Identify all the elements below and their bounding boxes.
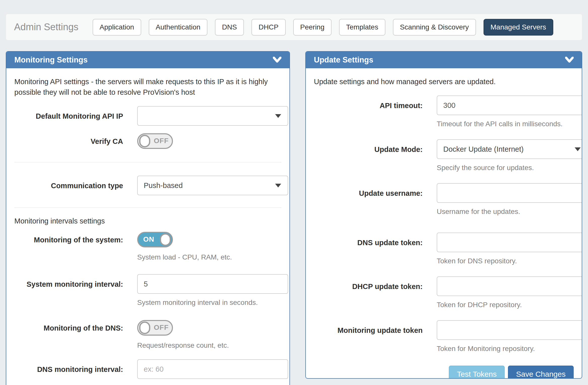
monitoring-of-system-row: Monitoring of the system: ON System load… <box>14 232 281 262</box>
monitoring-of-dns-hint: Request/response count, etc. <box>137 341 288 350</box>
monitoring-settings-title: Monitoring Settings <box>14 55 88 65</box>
verify-ca-row: Verify CA OFF <box>14 133 281 150</box>
tab-authentication[interactable]: Authentication <box>149 19 207 36</box>
verify-ca-label: Verify CA <box>14 133 123 146</box>
tab-peering[interactable]: Peering <box>293 19 332 36</box>
divider <box>14 162 281 163</box>
monitoring-of-system-label: Monitoring of the system: <box>14 232 123 245</box>
update-username-label: Update username: <box>314 183 423 198</box>
update-username-input[interactable] <box>437 183 582 203</box>
dhcp-update-token-input[interactable] <box>437 276 582 296</box>
chevron-down-icon[interactable] <box>273 57 281 63</box>
update-settings-body: Update settings and how managed servers … <box>306 68 582 379</box>
update-mode-row: Update Mode: Docker Update (Internet) Sp… <box>314 139 574 173</box>
dns-update-token-row: DNS update token: Token for DNS reposito… <box>314 233 574 266</box>
communication-type-label: Communication type <box>14 176 123 190</box>
update-mode-hint: Specify the source for updates. <box>437 163 582 173</box>
chevron-down-icon[interactable] <box>565 57 574 63</box>
toggle-knob <box>139 135 150 147</box>
monitoring-of-system-toggle[interactable]: ON <box>137 232 173 247</box>
update-username-row: Update username: Username for the update… <box>314 183 574 216</box>
admin-settings-page: Admin Settings Application Authenticatio… <box>0 0 588 385</box>
communication-type-select[interactable]: Push-based <box>137 176 288 195</box>
communication-type-value: Push-based <box>144 181 183 190</box>
caret-down-icon <box>575 147 581 151</box>
system-monitoring-interval-input[interactable] <box>137 274 288 294</box>
api-timeout-input[interactable] <box>437 95 582 115</box>
default-monitoring-api-ip-row: Default Monitoring API IP <box>14 106 281 126</box>
dns-update-token-input[interactable] <box>437 233 582 252</box>
tab-dns[interactable]: DNS <box>215 19 244 36</box>
update-intro-text: Update settings and how managed servers … <box>314 76 573 87</box>
update-settings-title: Update Settings <box>314 55 373 65</box>
default-monitoring-api-ip-select[interactable] <box>137 106 288 126</box>
monitoring-intro-text: Monitoring API settings - the servers wi… <box>14 76 274 98</box>
update-mode-label: Update Mode: <box>314 139 423 154</box>
tab-templates[interactable]: Templates <box>339 19 385 36</box>
dns-update-token-label: DNS update token: <box>314 233 423 247</box>
tab-managed-servers[interactable]: Managed Servers <box>484 19 553 36</box>
update-username-hint: Username for the updates. <box>437 207 582 216</box>
default-monitoring-api-ip-label: Default Monitoring API IP <box>14 106 123 121</box>
monitoring-update-token-row: Monitoring update token Token for Monito… <box>314 320 574 354</box>
communication-type-row: Communication type Push-based <box>14 176 281 195</box>
page-title: Admin Settings <box>14 22 79 33</box>
test-tokens-button[interactable]: Test Tokens <box>449 366 505 379</box>
save-changes-button[interactable]: Save Changes <box>508 366 574 379</box>
dns-monitoring-interval-hint: DNS data will be collected and send (sec… <box>137 383 288 385</box>
dns-monitoring-interval-label: DNS monitoring interval: <box>14 359 123 374</box>
monitoring-update-token-hint: Token for Monitoring repository. <box>437 344 582 354</box>
caret-down-icon <box>275 184 281 187</box>
monitoring-settings-panel: Monitoring Settings Monitoring API setti… <box>6 51 290 385</box>
dns-monitoring-interval-row: DNS monitoring interval: DNS data will b… <box>14 359 281 385</box>
dns-update-token-hint: Token for DNS repository. <box>437 256 582 266</box>
api-timeout-row: API timeout: Timeout for the API calls i… <box>314 95 574 129</box>
monitoring-of-system-hint: System load - CPU, RAM, etc. <box>137 252 288 262</box>
tab-scanning-discovery[interactable]: Scanning & Discovery <box>393 19 476 36</box>
monitoring-settings-body: Monitoring API settings - the servers wi… <box>6 68 289 385</box>
system-monitoring-interval-hint: System monitoring interval in seconds. <box>137 298 288 307</box>
monitoring-of-dns-toggle-state: OFF <box>154 324 169 332</box>
toggle-knob <box>139 322 150 334</box>
tab-application[interactable]: Application <box>93 19 141 36</box>
verify-ca-toggle[interactable]: OFF <box>137 133 173 149</box>
divider <box>14 207 281 208</box>
update-settings-panel: Update Settings Update settings and how … <box>305 51 582 379</box>
dhcp-update-token-label: DHCP update token: <box>314 276 423 291</box>
monitoring-of-dns-toggle[interactable]: OFF <box>137 320 173 336</box>
system-monitoring-interval-label: System monitoring interval: <box>14 274 123 289</box>
api-timeout-hint: Timeout for the API calls in millisecond… <box>437 119 582 129</box>
admin-settings-toolbar: Admin Settings Application Authenticatio… <box>6 14 582 40</box>
tab-dhcp[interactable]: DHCP <box>251 19 285 36</box>
dhcp-update-token-row: DHCP update token: Token for DHCP reposi… <box>314 276 574 310</box>
monitoring-update-token-input[interactable] <box>437 320 582 340</box>
caret-down-icon <box>275 114 281 118</box>
api-timeout-label: API timeout: <box>314 95 423 110</box>
dhcp-update-token-hint: Token for DHCP repository. <box>437 300 582 310</box>
panels-container: Monitoring Settings Monitoring API setti… <box>6 51 582 385</box>
update-settings-header[interactable]: Update Settings <box>306 52 582 68</box>
verify-ca-toggle-state: OFF <box>154 137 169 145</box>
monitoring-intervals-section-label: Monitoring intervals settings <box>14 217 281 225</box>
monitoring-of-dns-row: Monitoring of the DNS: OFF Request/respo… <box>14 320 281 350</box>
update-mode-select[interactable]: Docker Update (Internet) <box>437 139 582 159</box>
toggle-knob <box>160 233 171 246</box>
monitoring-of-dns-label: Monitoring of the DNS: <box>14 320 123 333</box>
monitoring-of-system-toggle-state: ON <box>143 235 154 243</box>
dns-monitoring-interval-input[interactable] <box>137 359 288 379</box>
system-monitoring-interval-row: System monitoring interval: System monit… <box>14 274 281 307</box>
update-settings-actions: Test Tokens Save Changes <box>314 366 574 379</box>
monitoring-update-token-label: Monitoring update token <box>314 320 423 335</box>
monitoring-settings-header[interactable]: Monitoring Settings <box>6 52 289 68</box>
settings-tab-bar: Application Authentication DNS DHCP Peer… <box>93 19 553 36</box>
update-mode-value: Docker Update (Internet) <box>443 145 524 153</box>
